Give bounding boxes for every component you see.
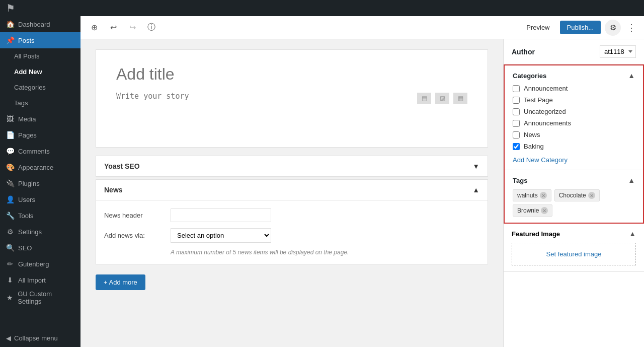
redo-button[interactable]: ↪ <box>125 20 140 35</box>
sidebar-item-plugins[interactable]: 🔌 Plugins <box>0 175 80 191</box>
add-news-label: Add news via: <box>104 232 165 239</box>
right-panel: Author at1118 Categories ▲ <box>503 39 644 347</box>
news-section-body: News header Add news via: Select an opti… <box>96 200 488 264</box>
sidebar-item-label: Dashboard <box>18 21 50 28</box>
add-category-link[interactable]: Add New Category <box>513 156 568 164</box>
tags-container: walnuts ✕ Chocolate ✕ Brownie ✕ <box>513 189 635 217</box>
add-new-label: Add New <box>14 68 42 76</box>
undo-button[interactable]: ↩ <box>106 20 121 35</box>
sidebar-item-pages[interactable]: 📄 Pages <box>0 127 80 143</box>
appearance-icon: 🎨 <box>6 163 14 171</box>
posts-icon: 📌 <box>6 36 14 44</box>
news-header-label: News header <box>104 212 165 219</box>
tag-remove-walnuts[interactable]: ✕ <box>540 192 547 199</box>
sidebar-item-categories[interactable]: Categories <box>0 80 80 95</box>
sidebar-item-all-posts[interactable]: All Posts <box>0 48 80 64</box>
author-row: Author at1118 <box>504 39 644 64</box>
post-body-input[interactable] <box>116 92 409 132</box>
seo-icon: 🔍 <box>6 244 14 252</box>
category-checkbox-news[interactable] <box>513 131 520 138</box>
category-label-baking: Baking <box>524 143 544 150</box>
sidebar-item-label: Tools <box>18 212 33 220</box>
sidebar-item-label: Posts <box>18 37 35 44</box>
preview-button[interactable]: Preview <box>520 21 555 34</box>
sidebar-item-settings[interactable]: ⚙ Settings <box>0 224 80 240</box>
sidebar-item-media[interactable]: 🖼 Media <box>0 111 80 127</box>
category-checkbox-announcement[interactable] <box>513 85 520 92</box>
collapse-menu-button[interactable]: ◀ Collapse menu <box>0 329 80 347</box>
sidebar-item-all-import[interactable]: ⬇ All Import <box>0 272 80 288</box>
tag-remove-brownie[interactable]: ✕ <box>541 207 548 214</box>
users-icon: 👤 <box>6 195 14 203</box>
news-section-collapse-icon: ▲ <box>472 186 479 194</box>
sidebar-item-tags[interactable]: Tags <box>0 95 80 111</box>
tag-remove-chocolate[interactable]: ✕ <box>588 192 595 199</box>
image-icon[interactable]: ▨ <box>435 93 449 104</box>
sidebar-item-label: Pages <box>18 131 37 139</box>
media-icon: 🖼 <box>6 115 14 123</box>
table-icon[interactable]: ▤ <box>417 93 431 104</box>
publish-button[interactable]: Publish... <box>560 21 601 34</box>
featured-image-label: Featured Image <box>512 230 560 238</box>
all-import-icon: ⬇ <box>6 276 14 284</box>
sidebar-item-dashboard[interactable]: 🏠 Dashboard <box>0 16 80 32</box>
settings-gear-button[interactable]: ⚙ <box>605 20 621 36</box>
plugins-icon: 🔌 <box>6 179 14 187</box>
yoast-seo-header[interactable]: Yoast SEO ▼ <box>96 156 488 177</box>
sidebar-item-gu-custom[interactable]: ★ GU Custom Settings <box>0 288 80 309</box>
sidebar-item-seo[interactable]: 🔍 SEO <box>0 240 80 256</box>
editor-toolbar: ⊕ ↩ ↪ ⓘ Preview Publish... ⚙ ⋮ <box>80 16 644 39</box>
sidebar-item-posts[interactable]: 📌 Posts <box>0 32 80 48</box>
add-block-button[interactable]: ⊕ <box>87 20 102 35</box>
sidebar-item-appearance[interactable]: 🎨 Appearance <box>0 159 80 175</box>
category-checkbox-baking[interactable] <box>513 143 520 150</box>
author-select[interactable]: at1118 <box>600 45 636 58</box>
gu-custom-icon: ★ <box>6 294 14 302</box>
add-more-button[interactable]: + Add more <box>96 274 145 290</box>
category-item-news: News <box>513 131 635 138</box>
tags-collapse-button[interactable]: ▲ <box>628 176 635 184</box>
collapse-icon: ◀ <box>6 334 11 342</box>
news-header-row: News header <box>104 209 479 222</box>
sidebar-item-users[interactable]: 👤 Users <box>0 191 80 207</box>
categories-title: Categories <box>513 72 546 80</box>
kebab-menu-button[interactable]: ⋮ <box>625 20 638 35</box>
add-news-row: Add news via: Select an option <box>104 228 479 243</box>
category-label-uncategorized: Uncategorized <box>524 108 566 115</box>
category-checkbox-announcements[interactable] <box>513 120 520 127</box>
categories-highlighted-section: Categories ▲ Announcement Test Page <box>504 64 644 224</box>
main-editor: ▤ ▨ ▦ Yoast SEO ▼ News <box>80 39 503 347</box>
sidebar-item-gutenberg[interactable]: ✏ Gutenberg <box>0 256 80 272</box>
tags-section: Tags ▲ walnuts ✕ Chocolate ✕ <box>505 170 643 223</box>
info-button[interactable]: ⓘ <box>144 20 159 35</box>
tag-chip-walnuts: walnuts ✕ <box>513 189 551 201</box>
sidebar-item-tools[interactable]: 🔧 Tools <box>0 207 80 224</box>
sidebar-item-add-new[interactable]: Add New <box>0 64 80 80</box>
categories-collapse-button[interactable]: ▲ <box>628 72 635 80</box>
sidebar-item-comments[interactable]: 💬 Comments <box>0 143 80 159</box>
sidebar-item-label: Plugins <box>18 180 40 187</box>
media-icon2[interactable]: ▦ <box>453 93 467 104</box>
category-item-test-page: Test Page <box>513 96 635 104</box>
categories-label: Categories <box>14 84 46 91</box>
tag-label-walnuts: walnuts <box>517 192 538 199</box>
post-title-input[interactable] <box>116 65 467 84</box>
news-header-input[interactable] <box>171 209 271 222</box>
category-checkbox-uncategorized[interactable] <box>513 108 520 115</box>
dashboard-icon: 🏠 <box>6 20 14 28</box>
category-label-test-page: Test Page <box>524 96 553 104</box>
tags-label: Tags <box>14 99 28 107</box>
category-item-announcements: Announcements <box>513 119 635 127</box>
featured-image-collapse-button[interactable]: ▲ <box>629 230 636 238</box>
set-featured-image-button[interactable]: Set featured image <box>512 243 636 265</box>
news-section-header[interactable]: News ▲ <box>96 180 488 200</box>
news-hint: A maximum number of 5 news items will be… <box>171 249 479 256</box>
sidebar-item-label: All Import <box>18 276 46 284</box>
all-posts-label: All Posts <box>14 52 40 60</box>
tag-chip-chocolate: Chocolate ✕ <box>554 189 600 201</box>
category-checkbox-test-page[interactable] <box>513 97 520 104</box>
sidebar-item-label: Appearance <box>18 164 53 171</box>
add-news-select[interactable]: Select an option <box>171 228 271 243</box>
category-item-uncategorized: Uncategorized <box>513 108 635 115</box>
tags-title: Tags <box>513 177 527 184</box>
